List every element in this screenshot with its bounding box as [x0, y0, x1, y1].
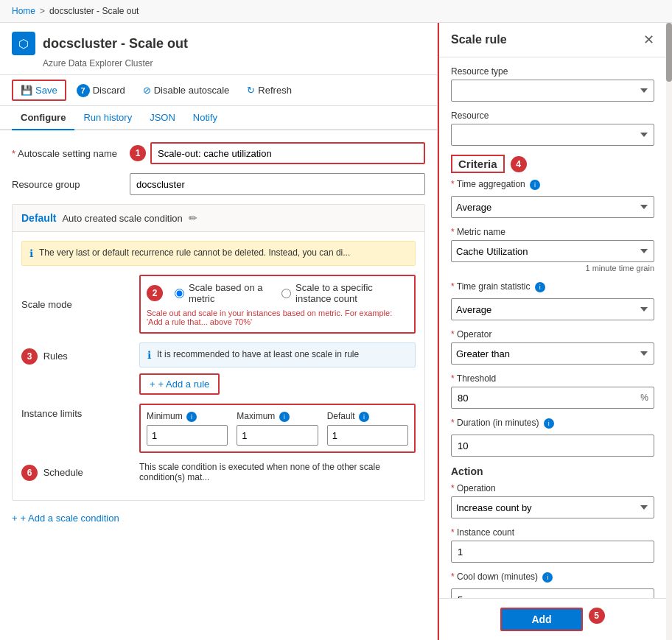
cool-down-info-icon[interactable]: i — [542, 572, 553, 583]
rules-content: ℹ It is recommended to have at least one… — [139, 342, 416, 395]
instance-limits-row: Instance limits Minimum i — [21, 404, 416, 453]
warning-icon: ℹ — [29, 247, 33, 259]
right-panel: Scale rule ✕ Resource type Resource — [438, 23, 666, 640]
badge-2: 2 — [147, 285, 163, 301]
scale-metric-option[interactable]: Scale based on a metric — [175, 282, 270, 304]
maximum-info-icon[interactable]: i — [279, 412, 290, 422]
resource-group-row: Resource group — [12, 173, 425, 195]
threshold-unit-wrapper: % — [451, 387, 654, 409]
minimum-field: Minimum i — [147, 411, 228, 446]
time-grain-label: * Time grain statistic i — [451, 281, 654, 295]
page-subtitle: Azure Data Explorer Cluster — [43, 58, 425, 68]
breadcrumb: Home > docscluster - Scale out — [0, 0, 672, 23]
add-condition-icon: + — [12, 513, 18, 524]
default-input[interactable] — [327, 425, 408, 446]
tab-run-history[interactable]: Run history — [74, 106, 141, 130]
operation-select[interactable]: Increase count by Decrease count by Incr… — [451, 496, 654, 518]
duration-input[interactable] — [451, 435, 654, 457]
scale-mode-row: Scale mode 2 Scale based on a metric — [21, 275, 416, 334]
tab-configure[interactable]: Configure — [12, 106, 74, 130]
add-scale-condition-link[interactable]: + + Add a scale condition — [12, 513, 425, 524]
instance-count-input[interactable] — [451, 541, 654, 563]
delete-warning: ℹ The very last or default recurrence ru… — [21, 241, 416, 266]
maximum-input[interactable] — [237, 425, 318, 446]
save-icon: 💾 — [21, 85, 32, 96]
save-button[interactable]: 💾 Save — [12, 80, 66, 101]
resource-type-field: Resource type — [451, 66, 654, 102]
scale-mode-options: 2 Scale based on a metric Scale to a spe… — [139, 275, 416, 334]
tab-json[interactable]: JSON — [141, 106, 184, 130]
metric-time-grain-hint: 1 minute time grain — [451, 264, 654, 272]
operator-field: * Operator Greater than Greater than or … — [451, 329, 654, 365]
minimum-info-icon[interactable]: i — [186, 412, 197, 422]
schedule-label: 6 Schedule — [21, 462, 139, 481]
time-aggregation-select[interactable]: Average Count Maximum Minimum Sum — [451, 196, 654, 218]
scale-condition-subtitle: Auto created scale condition — [62, 213, 182, 224]
schedule-row: 6 Schedule This scale condition is execu… — [21, 462, 416, 482]
add-icon: + — [150, 379, 155, 390]
duration-label: * Duration (in minutes) i — [451, 418, 654, 432]
right-panel-footer: Add 5 — [439, 598, 666, 640]
default-info-icon[interactable]: i — [359, 412, 369, 422]
scroll-thumb[interactable] — [666, 23, 672, 82]
discard-button[interactable]: 7 Discard — [69, 80, 133, 101]
metric-name-select[interactable]: Cache Utilization CPU Memory — [451, 240, 654, 262]
operator-label: * Operator — [451, 329, 654, 340]
default-label: Default i — [327, 411, 408, 422]
badge-1: 1 — [130, 145, 146, 161]
scrollbar[interactable] — [666, 23, 672, 640]
resource-select[interactable] — [451, 124, 654, 146]
refresh-button[interactable]: ↻ Refresh — [239, 81, 299, 99]
operator-select[interactable]: Greater than Greater than or equal to Le… — [451, 342, 654, 365]
close-button[interactable]: ✕ — [643, 32, 654, 48]
azure-icon: ⬡ — [12, 32, 35, 55]
badge-4: 4 — [511, 156, 527, 172]
edit-icon[interactable]: ✏ — [189, 212, 197, 224]
disable-icon: ⊘ — [143, 85, 151, 96]
instance-count-label: * Instance count — [451, 527, 654, 538]
disable-autoscale-button[interactable]: ⊘ Disable autoscale — [136, 81, 237, 99]
autoscale-name-input[interactable] — [150, 142, 425, 164]
tab-bar: Configure Run history JSON Notify — [0, 106, 437, 130]
threshold-label: * Threshold — [451, 373, 654, 384]
add-rule-button[interactable]: + + Add a rule — [139, 373, 220, 395]
criteria-section: Criteria 4 * Time aggregation i Average … — [451, 155, 654, 457]
minimum-label: Minimum i — [147, 411, 228, 422]
time-grain-info-icon[interactable]: i — [535, 282, 545, 292]
right-panel-header: Scale rule ✕ — [439, 23, 666, 57]
badge-3: 3 — [21, 348, 38, 365]
resource-type-select[interactable] — [451, 80, 654, 102]
resource-type-label: Resource type — [451, 66, 654, 77]
instance-limits-fields: Minimum i Maximum i — [139, 404, 416, 453]
time-grain-field: * Time grain statistic i Average Count M… — [451, 281, 654, 320]
cool-down-input[interactable] — [451, 588, 654, 598]
maximum-label: Maximum i — [237, 411, 318, 422]
add-button[interactable]: Add — [500, 608, 582, 631]
cool-down-label: * Cool down (minutes) i — [451, 572, 654, 586]
page-title: docscluster - Scale out — [43, 36, 188, 52]
operation-label: * Operation — [451, 483, 654, 493]
time-aggregation-label: * Time aggregation i — [451, 179, 654, 193]
action-title: Action — [451, 465, 654, 477]
resource-group-label: Resource group — [12, 179, 130, 190]
minimum-input[interactable] — [147, 425, 228, 446]
time-grain-select[interactable]: Average Count Maximum Minimum Sum — [451, 298, 654, 320]
breadcrumb-home[interactable]: Home — [12, 6, 35, 16]
tab-notify[interactable]: Notify — [184, 106, 226, 130]
scale-count-option[interactable]: Scale to a specific instance count — [281, 282, 408, 304]
autoscale-name-label: * Autoscale setting name — [12, 148, 130, 159]
resource-group-input[interactable] — [130, 173, 425, 195]
breadcrumb-separator: > — [40, 6, 45, 16]
instance-limits-label: Instance limits — [21, 404, 139, 419]
duration-info-icon[interactable]: i — [544, 418, 554, 429]
threshold-input[interactable] — [451, 387, 654, 409]
resource-label: Resource — [451, 110, 654, 121]
right-panel-title: Scale rule — [451, 33, 507, 46]
maximum-field: Maximum i — [237, 411, 318, 446]
page-header: ⬡ docscluster - Scale out Azure Data Exp… — [0, 23, 437, 75]
duration-field: * Duration (in minutes) i — [451, 418, 654, 457]
time-agg-info-icon[interactable]: i — [530, 180, 540, 190]
rules-label: 3 Rules — [21, 342, 139, 365]
scale-condition-title: Default — [21, 212, 56, 224]
autoscale-name-row: * Autoscale setting name 1 — [12, 142, 425, 164]
